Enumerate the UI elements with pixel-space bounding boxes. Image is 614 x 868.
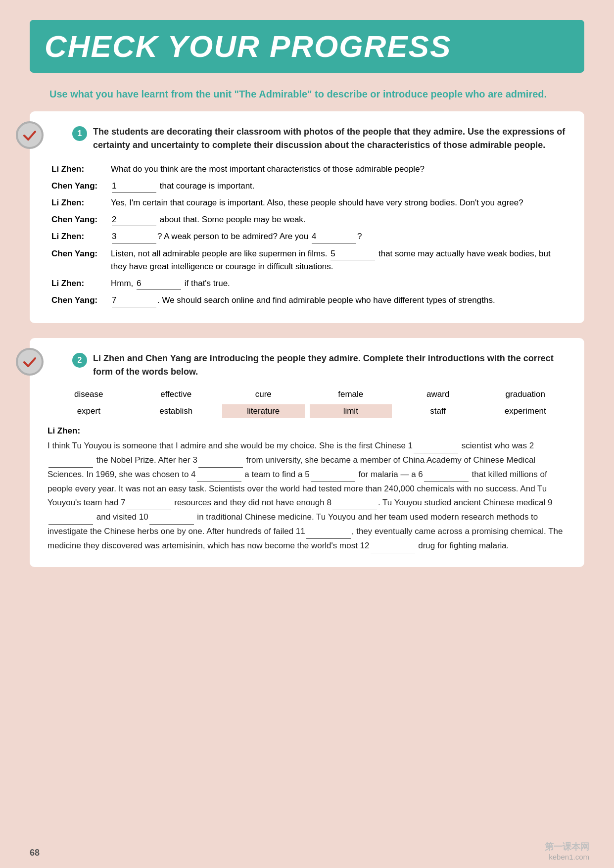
page-title: CHECK YOUR PROGRESS: [45, 29, 569, 64]
header-banner: CHECK YOUR PROGRESS: [30, 20, 584, 73]
dialogue-text: Yes, I'm certain that courage is importa…: [107, 194, 567, 211]
section1-card: 1 The students are decorating their clas…: [30, 111, 584, 323]
section2-header: 2 Li Zhen and Chen Yang are introducing …: [47, 352, 567, 379]
word-limit: limit: [310, 404, 392, 418]
word-graduation: graduation: [484, 387, 567, 401]
word-literature: literature: [222, 404, 305, 418]
section2-card: 2 Li Zhen and Chen Yang are introducing …: [30, 338, 584, 567]
checkmark-icon: [22, 127, 38, 143]
speaker-label: Chen Yang:: [47, 245, 107, 275]
word-award: award: [397, 387, 479, 401]
checkmark-icon-2: [22, 354, 38, 370]
passage-text: I think Tu Youyou is someone that I admi…: [47, 439, 567, 553]
word-cure: cure: [222, 387, 305, 401]
speaker-label: Chen Yang:: [47, 178, 107, 195]
speaker-label: Li Zhen:: [47, 161, 107, 178]
blank-4: 4: [312, 230, 356, 243]
main-instruction: Use what you have learnt from the unit "…: [49, 87, 565, 101]
blank-s2-3: [198, 453, 243, 468]
speaker-label: Chen Yang:: [47, 211, 107, 229]
table-row: Chen Yang: 2 about that. Some people may…: [47, 211, 567, 229]
dialogue-text: Listen, not all admirable people are lik…: [107, 245, 567, 275]
section1-header: 1 The students are decorating their clas…: [47, 125, 567, 152]
check-circle-1: [16, 121, 44, 149]
dialogue-table: Li Zhen: What do you think are the most …: [47, 161, 567, 309]
word-establish: establish: [135, 404, 218, 418]
blank-7: 7: [112, 294, 156, 307]
blank-2: 2: [112, 213, 156, 227]
blank-s2-8: [332, 496, 377, 510]
word-female: female: [310, 387, 392, 401]
blank-s2-9: [48, 510, 93, 525]
section2-number: 2: [72, 353, 87, 368]
dialogue-text: Hmm, 6 if that's true.: [107, 275, 567, 292]
watermark-cn: 第一课本网: [545, 841, 589, 853]
word-staff: staff: [397, 404, 479, 418]
table-row: Chen Yang: 7. We should search online an…: [47, 292, 567, 309]
table-row: Li Zhen: Yes, I'm certain that courage i…: [47, 194, 567, 211]
li-zhen-label: Li Zhen:: [47, 426, 567, 436]
blank-1: 1: [112, 180, 156, 193]
dialogue-text: 2 about that. Some people may be weak.: [107, 211, 567, 229]
blank-s2-6: [424, 468, 469, 482]
blank-s2-7: [127, 496, 171, 510]
blank-s2-2: [48, 453, 93, 468]
speaker-label: Li Zhen:: [47, 228, 107, 245]
watermark: 第一课本网 keben1.com: [545, 841, 589, 861]
dialogue-text: 3? A weak person to be admired? Are you …: [107, 228, 567, 245]
blank-s2-11: [306, 525, 351, 539]
dialogue-text: What do you think are the most important…: [107, 161, 567, 178]
blank-s2-1: [414, 439, 458, 453]
speaker-label: Li Zhen:: [47, 275, 107, 292]
table-row: Li Zhen: Hmm, 6 if that's true.: [47, 275, 567, 292]
word-bank: disease effective cure female award grad…: [47, 387, 567, 418]
blank-s2-12: [371, 539, 415, 553]
page-number: 68: [30, 848, 40, 858]
blank-s2-5: [311, 468, 355, 482]
speaker-label: Chen Yang:: [47, 292, 107, 309]
check-circle-2: [16, 348, 44, 376]
section1-instruction: The students are decorating their classr…: [93, 125, 567, 152]
dialogue-text: 7. We should search online and find admi…: [107, 292, 567, 309]
speaker-label: Li Zhen:: [47, 194, 107, 211]
word-disease: disease: [47, 387, 130, 401]
section1-number: 1: [72, 126, 87, 141]
word-experiment: experiment: [484, 404, 567, 418]
watermark-url: keben1.com: [545, 853, 589, 861]
table-row: Chen Yang: Listen, not all admirable peo…: [47, 245, 567, 275]
table-row: Chen Yang: 1 that courage is important.: [47, 178, 567, 195]
dialogue-text: 1 that courage is important.: [107, 178, 567, 195]
table-row: Li Zhen: What do you think are the most …: [47, 161, 567, 178]
blank-s2-4: [197, 468, 241, 482]
word-effective: effective: [135, 387, 218, 401]
blank-s2-10: [149, 510, 194, 525]
blank-5: 5: [331, 247, 375, 261]
blank-6: 6: [137, 277, 181, 290]
section2-instruction: Li Zhen and Chen Yang are introducing th…: [93, 352, 567, 379]
table-row: Li Zhen: 3? A weak person to be admired?…: [47, 228, 567, 245]
word-expert: expert: [47, 404, 130, 418]
blank-3: 3: [112, 230, 156, 243]
